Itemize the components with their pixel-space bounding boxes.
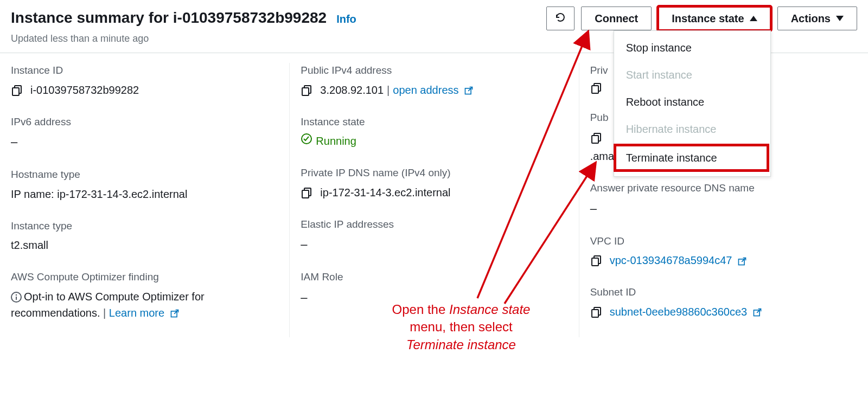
connect-button[interactable]: Connect xyxy=(581,7,652,30)
chevron-down-icon xyxy=(836,16,844,21)
subnet-link[interactable]: subnet-0eebe98860c360ce3 xyxy=(610,304,762,320)
value-answer-dns: – xyxy=(590,200,857,217)
value-public-ipv4: 3.208.92.101 xyxy=(320,82,384,98)
copy-icon[interactable] xyxy=(11,84,23,96)
col-1: Instance ID i-01039758732b99282 IPv6 add… xyxy=(0,63,289,337)
label-elastic-ip: Elastic IP addresses xyxy=(301,217,567,233)
check-icon xyxy=(301,133,312,149)
menu-hibernate-instance: Hibernate instance xyxy=(614,115,770,143)
copy-icon[interactable] xyxy=(590,306,602,318)
copy-icon[interactable] xyxy=(590,132,602,144)
label-private-dns: Private IP DNS name (IPv4 only) xyxy=(301,165,567,181)
external-link-icon xyxy=(464,86,474,95)
label-instance-type: Instance type xyxy=(11,219,278,234)
instance-state-menu: Stop instance Start instance Reboot inst… xyxy=(614,30,771,177)
label-hostname-type: Hostname type xyxy=(11,167,278,183)
value-iam-role: – xyxy=(301,288,567,306)
copy-icon[interactable] xyxy=(590,82,602,94)
label-subnet-id: Subnet ID xyxy=(590,285,857,300)
open-address-link[interactable]: open address xyxy=(393,82,474,98)
external-link-icon xyxy=(737,256,747,266)
header-actions: Connect Instance state Stop instance Sta… xyxy=(546,7,857,30)
copy-icon[interactable] xyxy=(301,84,312,96)
label-answer-dns: Answer private resource DNS name xyxy=(590,181,857,196)
instance-state-button[interactable]: Instance state xyxy=(658,7,770,30)
menu-start-instance: Start instance xyxy=(614,61,770,88)
label-ipv6: IPv6 address xyxy=(11,114,278,130)
label-iam-role: IAM Role xyxy=(301,269,567,285)
menu-stop-instance[interactable]: Stop instance xyxy=(614,34,770,61)
external-link-icon xyxy=(752,307,762,317)
page-title: Instance summary for i-01039758732b99282 xyxy=(11,7,327,29)
copy-icon[interactable] xyxy=(590,254,602,266)
label-public-ipv4: Public IPv4 address xyxy=(301,63,567,79)
value-instance-type: t2.small xyxy=(11,237,278,253)
value-elastic-ip: – xyxy=(301,235,567,253)
header-left: Instance summary for i-01039758732b99282… xyxy=(11,7,546,46)
col-2: Public IPv4 address 3.208.92.101 | open … xyxy=(289,63,578,337)
refresh-icon xyxy=(554,11,566,26)
value-private-dns: ip-172-31-14-3.ec2.internal xyxy=(320,184,450,201)
label-vpc-id: VPC ID xyxy=(590,234,857,249)
external-link-icon xyxy=(170,309,180,318)
value-instance-state: Running xyxy=(316,133,356,149)
copy-icon[interactable] xyxy=(301,187,312,198)
info-icon xyxy=(11,292,22,303)
menu-terminate-instance[interactable]: Terminate instance xyxy=(614,144,769,171)
actions-button[interactable]: Actions xyxy=(777,7,857,30)
chevron-up-icon xyxy=(750,16,757,21)
last-updated: Updated less than a minute ago xyxy=(11,31,546,46)
label-optimizer: AWS Compute Optimizer finding xyxy=(11,269,278,285)
info-link[interactable]: Info xyxy=(336,11,356,27)
vpc-link[interactable]: vpc-013934678a5994c47 xyxy=(610,252,747,268)
value-ipv6: – xyxy=(11,133,278,151)
refresh-button[interactable] xyxy=(546,7,575,30)
label-instance-id: Instance ID xyxy=(11,63,278,79)
label-instance-state: Instance state xyxy=(301,114,567,130)
value-instance-id: i-01039758732b99282 xyxy=(30,82,139,98)
value-hostname-type: IP name: ip-172-31-14-3.ec2.internal xyxy=(11,186,278,202)
menu-reboot-instance[interactable]: Reboot instance xyxy=(614,88,770,115)
learn-more-link[interactable]: Learn more xyxy=(109,307,180,319)
